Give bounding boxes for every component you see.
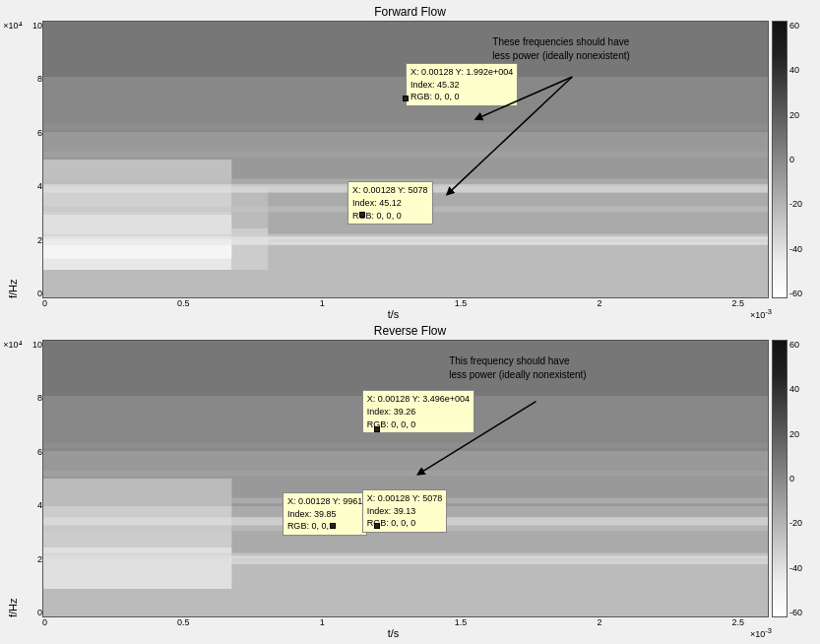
reverse-tooltip-3: X: 0.00128 Y: 9961 Index: 39.85 RGB: 0, … xyxy=(283,492,367,536)
forward-colorbar-ticks: 60 40 20 0 -20 -40 -60 xyxy=(788,21,815,298)
fwd-ytick-2: 6 xyxy=(21,128,42,138)
forward-flow-chart: X: 0.00128 Y: 5078 Index: 45.12 RGB: 0, … xyxy=(42,21,769,298)
forward-x-label: t/s xyxy=(42,308,744,320)
fwd-ytick-0: 10 xyxy=(21,21,42,31)
cbtick-20: 20 xyxy=(789,110,815,120)
main-container: Forward Flow ×10⁴ f/Hz 10 8 6 4 2 0 xyxy=(0,0,820,644)
forward-tooltip-1: X: 0.00128 Y: 5078 Index: 45.12 RGB: 0, … xyxy=(347,181,432,225)
rev-ytick-0: 10 xyxy=(21,340,42,350)
reverse-annotation: This frequency should haveless power (id… xyxy=(449,354,587,382)
forward-y-label: f/Hz xyxy=(7,32,19,298)
forward-flow-title: Forward Flow xyxy=(5,5,815,19)
svg-rect-40 xyxy=(43,555,768,563)
svg-rect-37 xyxy=(43,443,768,449)
reverse-tooltip-dot-3 xyxy=(330,523,336,529)
rcbtick-20: 20 xyxy=(789,429,815,439)
rcbtick-60: 60 xyxy=(789,340,815,350)
rev-ytick-3: 4 xyxy=(21,500,42,510)
cbtick-0: 0 xyxy=(789,155,815,164)
cbtick-m40: -40 xyxy=(789,244,815,254)
reverse-tooltip-dot-5 xyxy=(374,523,380,529)
svg-rect-12 xyxy=(43,215,231,236)
cbtick-40: 40 xyxy=(789,65,815,75)
rev-ytick-4: 2 xyxy=(21,554,42,564)
reverse-colorbar-ticks: 60 40 20 0 -20 -40 -60 xyxy=(788,340,815,617)
cbtick-m60: -60 xyxy=(789,289,815,298)
forward-tooltip-dot-2 xyxy=(403,96,409,101)
reverse-y-exp: ×10⁴ xyxy=(3,340,22,350)
reverse-flow-chart: X: 0.00128 Y: 9961 Index: 39.85 RGB: 0, … xyxy=(42,340,769,617)
forward-tooltip-dot-1 xyxy=(359,212,365,218)
svg-rect-16 xyxy=(43,152,768,158)
cbtick-60: 60 xyxy=(789,21,815,31)
fwd-ytick-5: 0 xyxy=(21,289,42,298)
rev-ytick-1: 8 xyxy=(21,393,42,403)
forward-x-ticks: 0 0.5 1 1.5 2 2.5 xyxy=(42,298,744,308)
reverse-colorbar-gradient xyxy=(772,340,788,617)
rev-ytick-2: 6 xyxy=(21,447,42,457)
forward-tooltip-2: X: 0.00128 Y: 1.992e+004 Index: 45.32 RG… xyxy=(406,63,518,106)
fwd-ytick-3: 4 xyxy=(21,181,42,191)
fwd-ytick-4: 2 xyxy=(21,235,42,245)
svg-rect-36 xyxy=(43,471,768,477)
reverse-x-label: t/s xyxy=(42,627,744,639)
forward-colorbar xyxy=(772,21,788,298)
fwd-ytick-1: 8 xyxy=(21,74,42,84)
reverse-colorbar xyxy=(772,340,788,617)
rcbtick-0: 0 xyxy=(789,474,815,483)
rcbtick-m40: -40 xyxy=(789,563,815,573)
reverse-x-exp: ×10-3 xyxy=(744,626,772,639)
forward-x-exp: ×10-3 xyxy=(744,307,772,320)
forward-annotation: These frequencies should haveless power … xyxy=(492,35,630,63)
cbtick-m20: -20 xyxy=(789,199,815,209)
reverse-flow-wrapper: Reverse Flow ×10⁴ f/Hz 10 8 6 4 2 0 xyxy=(5,324,815,639)
rcbtick-m20: -20 xyxy=(789,518,815,528)
rcbtick-m60: -60 xyxy=(789,608,815,617)
reverse-tooltip-dot-4 xyxy=(374,426,380,432)
rev-ytick-5: 0 xyxy=(21,608,42,617)
svg-rect-29 xyxy=(43,341,768,396)
svg-rect-17 xyxy=(43,124,768,130)
rcbtick-40: 40 xyxy=(789,384,815,394)
reverse-x-ticks: 0 0.5 1 1.5 2 2.5 xyxy=(42,617,744,627)
reverse-flow-svg xyxy=(43,341,768,616)
reverse-y-label: f/Hz xyxy=(7,352,19,617)
forward-y-exp: ×10⁴ xyxy=(3,21,22,31)
svg-rect-21 xyxy=(43,236,768,244)
forward-flow-wrapper: Forward Flow ×10⁴ f/Hz 10 8 6 4 2 0 xyxy=(5,5,815,320)
reverse-flow-title: Reverse Flow xyxy=(5,324,815,338)
forward-colorbar-gradient xyxy=(772,21,788,298)
